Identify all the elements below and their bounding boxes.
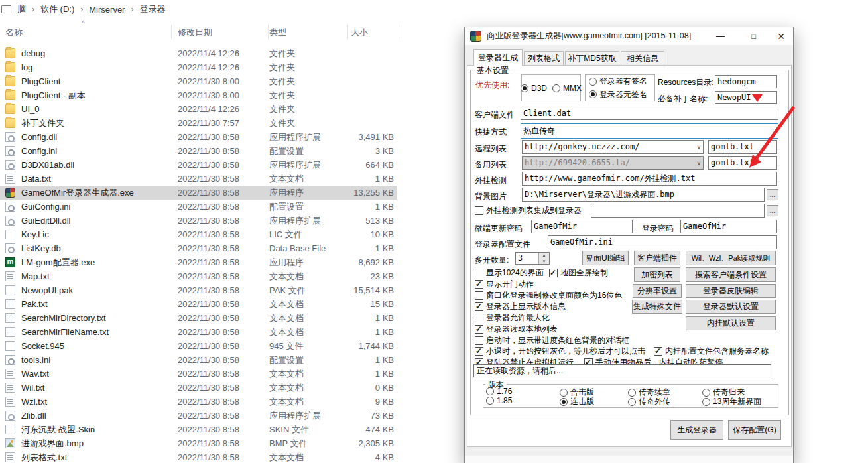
table-row[interactable]: Zlib.dll 2022/11/30 8:58 应用程序扩展 73 KB	[0, 409, 401, 423]
ui-edit-button[interactable]: 界面UI编辑	[582, 251, 629, 265]
table-row[interactable]: ListKey.db 2022/11/30 8:58 Data Base Fil…	[0, 241, 401, 255]
table-row[interactable]: 进游戏界面.bmp 2022/11/30 8:58 BMP 文件 2,305 K…	[0, 436, 401, 450]
chevron-down-icon[interactable]: ∨	[697, 141, 701, 153]
radio-version-176[interactable]: 1.76	[486, 387, 512, 396]
table-row[interactable]: Wzl.txt 2022/11/30 8:58 文本文档 9 KB	[0, 395, 401, 409]
breadcrumb-item[interactable]: 脑	[17, 3, 26, 15]
radio-version-lianji[interactable]: 连击版	[560, 396, 594, 407]
column-header-name[interactable]: 名称	[5, 27, 23, 38]
close-icon[interactable]: ✕	[769, 27, 794, 45]
skin-edit-button[interactable]: 登录器皮肤编辑	[686, 284, 776, 298]
table-row[interactable]: Key.Lic 2022/11/30 8:58 LIC 文件 10 KB	[0, 228, 401, 241]
radio-mmx[interactable]: MMX	[552, 84, 582, 93]
micro-pwd-field[interactable]: GameOfMir	[531, 220, 633, 233]
minimize-icon[interactable]: —	[706, 27, 735, 45]
integrate-field[interactable]	[591, 204, 765, 218]
checkbox-show-1024[interactable]: 显示1024的界面	[475, 267, 544, 279]
table-row[interactable]: tools.ini 2022/11/30 8:58 配置设置 1 KB	[0, 353, 401, 367]
resolution-button[interactable]: 分辨率设置	[633, 284, 682, 298]
table-row[interactable]: GuiConfig.ini 2022/11/30 8:58 配置设置 1 KB	[0, 200, 401, 214]
backup-list-file-field[interactable]: gomlb.txt	[708, 156, 777, 170]
table-row[interactable]: 列表格式.txt 2022/11/30 8:58 文本文档 4 KB	[0, 450, 401, 463]
spin-up-icon[interactable]	[539, 253, 549, 259]
checkbox-door-anim[interactable]: 显示开门动作	[475, 279, 534, 290]
multi-open-stepper[interactable]: 3	[515, 252, 550, 265]
special-files-button[interactable]: 集成特殊文件	[632, 300, 682, 314]
radio-signed[interactable]: 登录器有签名	[589, 76, 654, 87]
checkbox-integrate-plugin-list[interactable]: 外挂检测列表集成到登录器	[475, 205, 582, 216]
table-row[interactable]: Wav.txt 2022/11/30 8:58 文本文档 1 KB	[0, 367, 401, 381]
shortcut-field[interactable]: 热血传奇	[521, 123, 778, 139]
column-separator[interactable]	[268, 25, 269, 39]
patch-name-field[interactable]: NewopUI	[715, 91, 777, 104]
checkbox-cfg-servername[interactable]: 内挂配置文件包含服务器名称	[654, 346, 769, 357]
radio-version-13th[interactable]: 13周年新界面	[702, 396, 761, 407]
table-row[interactable]: 河东沉默-战盟.Skin 2022/11/30 8:58 SKIN 文件 474…	[0, 423, 401, 436]
checkbox-relogin-gray[interactable]: 小退时，开始按钮灰色，等几秒后才可以点击	[475, 346, 645, 357]
table-row[interactable]: Map.txt 2022/11/30 8:58 文本文档 23 KB	[0, 269, 401, 283]
table-row[interactable]: GameOfMir登录器生成器.exe 2022/11/30 8:58 应用程序…	[0, 186, 397, 200]
plugin-check-field[interactable]: http://www.gameofmir.com/外挂检测.txt	[522, 172, 777, 186]
table-row[interactable]: Config.ini 2022/11/30 8:58 配置设置 3 KB	[0, 144, 401, 158]
save-config-button[interactable]: 保存配置(G)	[728, 420, 781, 440]
table-row[interactable]: 补丁文件夹 2022/11/30 7:57 文件夹	[0, 116, 401, 130]
integrate-browse-button[interactable]: ...	[767, 205, 778, 216]
tab-generate[interactable]: 登录器生成	[473, 49, 523, 66]
checkbox-version-info[interactable]: 登录器上显示版本信息	[475, 301, 566, 312]
radio-version-185[interactable]: 1.85	[486, 396, 512, 405]
spin-down-icon[interactable]	[539, 259, 549, 265]
default-settings-button[interactable]: 登录器默认设置	[686, 300, 776, 314]
table-row[interactable]: Wil.txt 2022/11/30 8:58 文本文档 0 KB	[0, 381, 401, 395]
checkbox-local-list[interactable]: 登录器读取本地列表	[475, 324, 558, 335]
table-row[interactable]: Socket.945 2022/11/30 8:58 945 文件 1,744 …	[0, 339, 401, 353]
client-plugin-button[interactable]: 客户端插件	[634, 251, 680, 265]
table-row[interactable]: GuiEditDll.dll 2022/11/30 8:58 应用程序扩展 51…	[0, 214, 401, 228]
checkbox-allow-max[interactable]: 登录器允许最大化	[475, 312, 550, 324]
table-row[interactable]: debug 2022/11/4 12:26 文件夹	[0, 46, 401, 60]
table-row[interactable]: PlugClient - 副本 2022/11/30 8:00 文件夹	[0, 88, 401, 102]
remote-list-file-field[interactable]: gomlb.txt	[708, 140, 777, 154]
bg-image-field[interactable]: D:\Mirserver\登录器\进游戏界面.bmp	[522, 188, 765, 202]
checkbox-win-16bit[interactable]: 窗口化登录强制修改桌面颜色为16位色	[475, 290, 622, 301]
table-row[interactable]: Pak.txt 2022/11/30 8:58 文本文档 15 KB	[0, 297, 401, 311]
table-row[interactable]: Data.txt 2022/11/30 8:58 文本文档 1 KB	[0, 172, 401, 186]
table-row[interactable]: LM-gom配置器.exe 2022/11/30 8:58 应用程序 8,692…	[0, 255, 401, 269]
table-row[interactable]: SearchMirDirectory.txt 2022/11/30 8:58 文…	[0, 311, 401, 325]
table-row[interactable]: UI_0 2022/11/4 12:26 文件夹	[0, 102, 401, 116]
checkbox-startup-dialog[interactable]: 启动时，显示带进度条红色背景的对话框	[475, 335, 629, 346]
table-row[interactable]: D3DX81ab.dll 2022/11/30 8:58 应用程序扩展 664 …	[0, 158, 401, 172]
column-header-size[interactable]: 大小	[351, 27, 368, 38]
remote-list-combo[interactable]: http://gomkey.uczzz.com/ ∨	[522, 140, 704, 154]
table-row[interactable]: log 2022/11/4 12:26 文件夹	[0, 60, 401, 74]
bg-image-browse-button[interactable]: ...	[767, 189, 778, 200]
column-separator[interactable]	[347, 25, 348, 39]
column-header-type[interactable]: 类型	[269, 27, 286, 38]
chevron-down-icon[interactable]: ∨	[697, 157, 701, 169]
tab-list-format[interactable]: 列表格式	[524, 51, 564, 66]
column-separator[interactable]	[171, 25, 172, 39]
breadcrumb-item[interactable]: 软件 (D:)	[40, 3, 74, 15]
table-row[interactable]: NewopUI.pak 2022/11/30 8:58 PAK 文件 15,51…	[0, 283, 401, 297]
wil-rules-button[interactable]: Wil、Wzl、Pak读取规则	[686, 251, 776, 265]
plugin-default-button[interactable]: 内挂默认设置	[686, 316, 776, 330]
resources-dir-field[interactable]: hedongcm	[715, 75, 777, 88]
tab-patch-md5[interactable]: 补丁MD5获取	[565, 51, 619, 66]
generate-button[interactable]: 生成登录器	[670, 420, 723, 440]
radio-d3d[interactable]: D3D	[521, 84, 547, 93]
login-pwd-field[interactable]: GameOfMir	[680, 220, 777, 233]
column-separator[interactable]	[401, 25, 401, 39]
table-row[interactable]: PlugClient 2022/11/30 8:00 文件夹	[0, 74, 401, 88]
table-row[interactable]: SearchMirFileName.txt 2022/11/30 8:58 文本…	[0, 325, 401, 339]
maximize-icon[interactable]: □	[739, 27, 769, 45]
checkbox-map-fullscreen[interactable]: 地图全屏绘制	[549, 267, 608, 279]
tab-about[interactable]: 相关信息	[621, 51, 664, 66]
config-file-field[interactable]: GameOfMir.ini	[548, 235, 777, 249]
breadcrumb-item[interactable]: Mirserver	[89, 5, 125, 15]
table-row[interactable]: Config.dll 2022/11/30 8:58 应用程序扩展 3,491 …	[0, 130, 401, 144]
radio-version-waizhuan[interactable]: 传奇外传	[628, 396, 670, 407]
search-client-button[interactable]: 搜索客户端条件设置	[686, 267, 776, 282]
encrypt-list-button[interactable]: 加密列表	[634, 267, 680, 282]
breadcrumb-item[interactable]: 登录器	[139, 3, 165, 15]
client-file-field[interactable]: Client.dat	[521, 107, 778, 120]
backup-list-combo[interactable]: http://699420.6655.la/ ∨	[522, 156, 704, 170]
